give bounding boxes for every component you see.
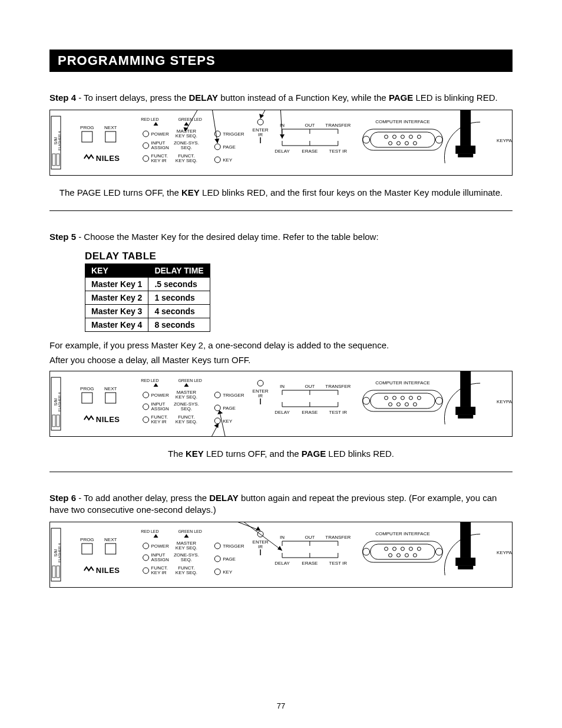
svg-point-143 (435, 397, 442, 404)
svg-point-164 (143, 543, 149, 549)
svg-point-215 (405, 554, 408, 557)
svg-text:FLASHER 4: FLASHER 4 (58, 131, 61, 150)
svg-text:KEYPAD: KEYPAD (497, 138, 512, 143)
svg-text:SEQ.: SEQ. (181, 145, 192, 150)
svg-rect-160 (105, 543, 116, 554)
svg-marker-77 (280, 134, 285, 139)
svg-text:KEY SEQ.: KEY SEQ. (176, 570, 197, 575)
svg-text:TEST IR: TEST IR (329, 561, 348, 566)
svg-text:S/M: S/M (54, 549, 58, 557)
svg-rect-84 (82, 393, 92, 403)
step-4-text-c: LED is blinking RED. (413, 93, 497, 103)
svg-point-30 (214, 144, 220, 150)
svg-text:KEY SEQ.: KEY SEQ. (176, 545, 197, 551)
svg-text:KEY: KEY (223, 418, 233, 423)
step-4-label: Step 4 (49, 93, 76, 103)
svg-text:NILES: NILES (96, 154, 120, 163)
step-6-delay: DELAY (209, 493, 238, 503)
cell-time: 4 seconds (148, 304, 210, 318)
svg-point-95 (143, 416, 149, 422)
svg-text:DELAY: DELAY (275, 561, 290, 566)
svg-rect-8 (105, 131, 116, 142)
caption4-b: LED blinks RED, and the first four keys … (200, 187, 503, 197)
divider-1 (49, 210, 513, 211)
svg-text:COMPUTER INTERFACE: COMPUTER INTERFACE (375, 380, 430, 386)
svg-text:KEY IR: KEY IR (151, 419, 167, 424)
svg-text:TRANSFER: TRANSFER (325, 123, 351, 128)
svg-text:TEST IR: TEST IR (329, 409, 348, 414)
delay-table: KEY DELAY TIME Master Key 1.5 seconds Ma… (85, 263, 210, 332)
device-panel-1: S/M FLASHER 4 PROG NEXT NILES RED LED PO… (49, 110, 513, 176)
svg-point-139 (389, 403, 392, 406)
svg-text:GREEN LED: GREEN LED (178, 378, 201, 383)
svg-text:PAGE: PAGE (223, 556, 236, 562)
step-6-text-a: - To add another delay, press the (76, 493, 209, 503)
svg-rect-221 (458, 566, 473, 569)
svg-text:TRIGGER: TRIGGER (223, 131, 244, 137)
svg-rect-220 (455, 558, 475, 566)
svg-rect-86 (105, 393, 116, 403)
table-header-row: KEY DELAY TIME (85, 263, 210, 277)
svg-text:KEY IR: KEY IR (151, 570, 167, 575)
step-4-text-a: - To insert delays, press the (76, 93, 189, 103)
svg-line-72 (211, 110, 217, 143)
svg-text:S/M: S/M (54, 137, 58, 145)
svg-point-133 (363, 397, 370, 404)
svg-text:IN: IN (280, 384, 285, 389)
caption-step-4: The PAGE LED turns OFF, the KEY LED blin… (49, 187, 513, 197)
svg-text:KEY SEQ.: KEY SEQ. (176, 158, 197, 163)
step-4-page: PAGE (389, 93, 413, 103)
svg-point-214 (396, 554, 400, 557)
svg-text:GREEN LED: GREEN LED (178, 117, 201, 121)
svg-point-61 (389, 141, 392, 145)
svg-point-64 (413, 141, 416, 145)
svg-text:PAGE: PAGE (223, 144, 236, 150)
step-5-text: - Choose the Master Key for the desired … (76, 232, 379, 242)
section-banner: PROGRAMMING STEPS (49, 50, 513, 72)
svg-marker-163 (154, 534, 158, 538)
svg-point-65 (435, 136, 442, 143)
svg-rect-6 (82, 131, 92, 142)
example-text: For example, if you press Master Key 2, … (49, 340, 513, 350)
svg-point-17 (143, 156, 149, 162)
svg-text:KEY: KEY (223, 569, 233, 575)
svg-text:RED LED: RED LED (141, 529, 158, 533)
cell-key: Master Key 3 (85, 304, 148, 318)
svg-text:IR: IR (258, 393, 263, 398)
svg-text:OUT: OUT (305, 384, 315, 389)
svg-text:SEQ.: SEQ. (181, 557, 192, 562)
svg-point-141 (405, 403, 408, 406)
table-row: Master Key 1.5 seconds (85, 277, 210, 291)
svg-text:ERASE: ERASE (302, 561, 318, 566)
svg-text:KEY SEQ.: KEY SEQ. (176, 133, 197, 139)
cell-key: Master Key 2 (85, 291, 148, 304)
svg-rect-68 (455, 146, 475, 154)
svg-text:RED LED: RED LED (141, 378, 158, 383)
svg-point-135 (393, 396, 396, 400)
svg-text:KEYPAD: KEYPAD (497, 550, 512, 555)
svg-point-57 (393, 135, 396, 139)
svg-point-140 (396, 403, 400, 406)
svg-line-222 (226, 522, 260, 531)
svg-text:PROG: PROG (80, 125, 94, 130)
svg-text:TRIGGER: TRIGGER (223, 543, 244, 549)
svg-point-137 (409, 396, 412, 400)
svg-rect-146 (455, 406, 475, 414)
svg-rect-219 (460, 522, 471, 558)
caption-step-5: The KEY LED turns OFF, and the PAGE LED … (49, 449, 513, 459)
svg-text:COMPUTER INTERFACE: COMPUTER INTERFACE (375, 531, 430, 536)
svg-text:IN: IN (280, 123, 285, 128)
svg-point-166 (143, 555, 149, 561)
svg-text:IR: IR (258, 544, 263, 549)
svg-text:NILES: NILES (96, 414, 120, 423)
svg-point-106 (214, 392, 220, 398)
svg-point-90 (143, 392, 149, 398)
svg-point-208 (385, 547, 388, 551)
caption5-c: LED blinks RED. (326, 449, 394, 459)
svg-point-108 (214, 404, 220, 410)
table-row: Master Key 21 seconds (85, 291, 210, 304)
svg-marker-89 (154, 383, 158, 387)
svg-text:NILES: NILES (96, 566, 120, 575)
svg-point-180 (214, 543, 220, 549)
svg-text:TEST IR: TEST IR (329, 149, 348, 154)
